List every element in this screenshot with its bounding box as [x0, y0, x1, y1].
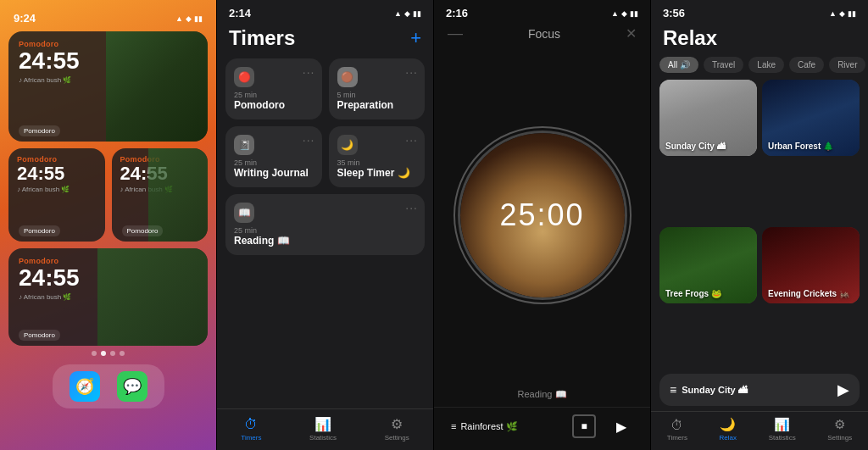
s4-signal-icon: ▲: [829, 9, 837, 18]
timer-card-preparation[interactable]: ··· 🟤 5 min Preparation: [329, 58, 426, 119]
s3-status-icons: ▲ ◆ ▮▮: [611, 9, 638, 18]
timer-icon-1: 🔴: [234, 67, 254, 87]
s3-sound-selector[interactable]: ≡ Rainforest 🌿: [451, 421, 518, 432]
tree-frogs-label: Tree Frogs 🐸: [665, 289, 721, 298]
timer-menu-1[interactable]: ···: [303, 65, 315, 79]
messages-icon[interactable]: 💬: [117, 371, 147, 402]
s3-reading-bar: Reading 📖: [434, 382, 650, 407]
widget-small-row: Pomodoro 24:55 ♪ African bush 🌿 Pomodoro…: [8, 148, 208, 242]
play-icon: ▶: [616, 419, 626, 435]
s2-tab-settings[interactable]: ⚙ Settings: [385, 416, 409, 442]
s4-tab-relax[interactable]: 🌙 Relax: [720, 417, 737, 442]
stop-button[interactable]: ■: [572, 414, 596, 438]
s4-stats-icon: 📊: [774, 417, 790, 432]
signal-icon: ▲: [175, 14, 183, 23]
timer-icon-2: 🟤: [337, 67, 358, 87]
reading-label: Reading 📖: [517, 389, 566, 400]
clock-container: 25:00: [458, 47, 627, 382]
s4-tab-settings[interactable]: ⚙ Settings: [827, 417, 852, 442]
timer-name-3: Writing Journal: [234, 167, 314, 179]
timer-card-writing[interactable]: ··· 📓 25 min Writing Journal: [225, 126, 322, 187]
relax-card-tree-frogs[interactable]: Tree Frogs 🐸: [659, 227, 757, 303]
timer-card-reading[interactable]: ··· 📖 25 min Reading 📖: [225, 194, 425, 255]
timers-tab-icon: ⏱: [244, 417, 258, 432]
s4-tab-stats[interactable]: 📊 Statistics: [769, 417, 796, 442]
filter-lake[interactable]: Lake: [748, 57, 784, 73]
relax-card-urban-forest[interactable]: Urban Forest 🌲: [762, 80, 860, 156]
s4-status-time: 3:56: [663, 7, 685, 19]
timer-menu-3[interactable]: ···: [303, 133, 315, 147]
status-bar-1: 9:24 ▲ ◆ ▮▮: [8, 10, 208, 26]
s2-battery-icon: ▮▮: [413, 9, 421, 18]
widget-small-1[interactable]: Pomodoro 24:55 ♪ African bush 🌿 Pomodoro: [8, 148, 105, 242]
s4-battery-icon: ▮▮: [848, 9, 856, 18]
play-button[interactable]: ▶: [609, 414, 633, 438]
dot-3[interactable]: [110, 351, 115, 356]
timer-card-sleep[interactable]: ··· 🌙 35 min Sleep Timer 🌙: [329, 126, 426, 187]
dot-4[interactable]: [120, 351, 125, 356]
page-dots: [8, 351, 208, 356]
s2-status-icons: ▲ ◆ ▮▮: [394, 9, 421, 18]
dot-2[interactable]: [101, 351, 106, 356]
s4-settings-icon: ⚙: [834, 417, 845, 432]
timer-menu-4[interactable]: ···: [405, 133, 418, 147]
timer-menu-2[interactable]: ···: [405, 65, 418, 79]
sound-name: Rainforest 🌿: [460, 421, 517, 432]
timer-menu-5[interactable]: ···: [405, 201, 418, 214]
s4-filter-tabs: All 🔊 Travel Lake Cafe River: [651, 57, 868, 80]
widget-small-2[interactable]: Pomodoro 24:55 ♪ African bush 🌿 Pomodoro: [112, 148, 209, 242]
sound-menu-icon: ≡: [451, 421, 456, 431]
player-play-button[interactable]: ▶: [837, 381, 849, 399]
safari-icon[interactable]: 🧭: [70, 371, 100, 402]
s2-tab-timers[interactable]: ⏱ Timers: [241, 417, 261, 442]
s4-timers-label: Timers: [667, 434, 687, 442]
s2-page-title: Timers: [229, 26, 295, 50]
widget-sm-time-1: 24:55: [17, 164, 97, 184]
s2-header: Timers +: [217, 23, 433, 58]
add-timer-button[interactable]: +: [410, 27, 421, 49]
filter-cafe[interactable]: Cafe: [789, 57, 824, 73]
widget-large-pomodoro[interactable]: Pomodoro 24:55 ♪ African bush 🌿 Pomodoro: [8, 31, 208, 142]
timer-dur-2: 5 min: [337, 91, 417, 99]
s4-relax-label: Relax: [720, 434, 737, 442]
filter-travel[interactable]: Travel: [704, 57, 743, 73]
s3-bottom-bar: ≡ Rainforest 🌿 ■ ▶: [434, 407, 650, 450]
timer-dur-5: 25 min: [234, 226, 416, 235]
statistics-tab-icon: 📊: [314, 416, 331, 432]
s4-relax-icon: 🌙: [720, 417, 736, 432]
s4-player-info: ≡ Sunday City 🏙: [670, 383, 748, 397]
relax-card-sunday-city[interactable]: Sunday City 🏙: [659, 80, 757, 156]
widget-medium-pomodoro[interactable]: Pomodoro 24:55 ♪ African bush 🌿 Pomodoro: [8, 248, 208, 346]
s4-stats-label: Statistics: [769, 434, 796, 442]
s2-wifi-icon: ◆: [404, 9, 410, 18]
timer-name-4: Sleep Timer 🌙: [337, 167, 417, 179]
s2-tab-statistics[interactable]: 📊 Statistics: [309, 416, 337, 442]
minimize-button[interactable]: —: [448, 25, 463, 42]
s3-status-time: 2:16: [446, 7, 468, 19]
s2-timer-list: ··· 🔴 25 min Pomodoro ··· 🟤 5 min Prepar…: [217, 58, 433, 408]
timer-dur-3: 25 min: [234, 158, 314, 167]
widget-sm-footer-label-2: Pomodoro: [122, 225, 164, 236]
timer-card-pomodoro[interactable]: ··· 🔴 25 min Pomodoro: [225, 58, 322, 119]
widget-med-footer: Pomodoro: [19, 330, 198, 341]
filter-all[interactable]: All 🔊: [659, 57, 698, 73]
s3-signal-icon: ▲: [611, 9, 619, 18]
filter-river[interactable]: River: [829, 57, 865, 73]
close-button[interactable]: ✕: [626, 25, 637, 42]
relax-card-evening-crickets[interactable]: Evening Crickets 🦗: [762, 227, 860, 303]
dot-1[interactable]: [92, 351, 97, 356]
widget-sm-footer-1: Pomodoro: [19, 225, 95, 236]
s4-player-bar[interactable]: ≡ Sunday City 🏙 ▶: [659, 374, 860, 406]
stop-icon: ■: [581, 420, 587, 432]
s4-tab-bar: ⏱ Timers 🌙 Relax 📊 Statistics ⚙ Settings: [651, 411, 868, 450]
widget-footer-1: Pomodoro: [19, 125, 198, 136]
s4-status-icons: ▲ ◆ ▮▮: [829, 9, 856, 18]
timer-icon-4: 🌙: [337, 135, 358, 155]
timer-icon-3: 📓: [234, 135, 254, 155]
sunday-city-label: Sunday City 🏙: [665, 142, 726, 151]
s4-tab-timers[interactable]: ⏱ Timers: [667, 418, 687, 442]
s3-playback-controls: ■ ▶: [572, 414, 633, 438]
timer-name-2: Preparation: [337, 99, 417, 111]
urban-forest-label: Urban Forest 🌲: [768, 142, 833, 151]
widget-sm-footer-2: Pomodoro: [122, 225, 198, 236]
